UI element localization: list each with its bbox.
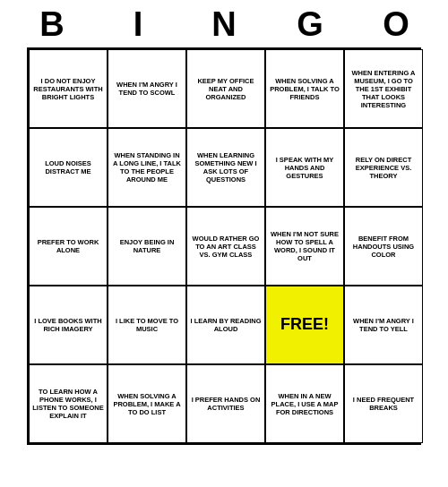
- cell-r2-c0: PREFER TO WORK ALONE: [29, 207, 108, 286]
- cell-r0-c3: WHEN SOLVING A PROBLEM, I TALK TO FRIEND…: [265, 49, 344, 128]
- title-letter: B: [13, 5, 91, 44]
- cell-r1-c4: RELY ON DIRECT EXPERIENCE VS. THEORY: [344, 128, 423, 207]
- cell-r1-c2: WHEN LEARNING SOMETHING NEW I ASK LOTS O…: [186, 128, 265, 207]
- cell-r3-c0: I LOVE BOOKS WITH RICH IMAGERY: [29, 286, 108, 364]
- cell-r2-c3: WHEN I'M NOT SURE HOW TO SPELL A WORD, I…: [265, 207, 344, 286]
- cell-r0-c2: KEEP MY OFFICE NEAT AND ORGANIZED: [186, 49, 265, 128]
- title-letter: N: [185, 5, 263, 44]
- title-letter: O: [357, 5, 435, 44]
- cell-r4-c3: WHEN IN A NEW PLACE, I USE A MAP FOR DIR…: [265, 364, 344, 443]
- cell-r3-c2: I LEARN BY READING ALOUD: [186, 286, 265, 364]
- cell-r4-c4: I NEED FREQUENT BREAKS: [344, 364, 423, 443]
- cell-r2-c4: BENEFIT FROM HANDOUTS USING COLOR: [344, 207, 423, 286]
- cell-r1-c0: LOUD NOISES DISTRACT ME: [29, 128, 108, 207]
- cell-r0-c0: I DO NOT ENJOY RESTAURANTS WITH BRIGHT L…: [29, 49, 108, 128]
- cell-r0-c4: WHEN ENTERING A MUSEUM, I GO TO THE 1ST …: [344, 49, 423, 128]
- cell-r3-c3: FREE!: [265, 286, 344, 364]
- title-letter: I: [99, 5, 177, 44]
- cell-r4-c0: TO LEARN HOW A PHONE WORKS, I LISTEN TO …: [29, 364, 108, 443]
- title-letter: G: [271, 5, 349, 44]
- bingo-title: BINGO: [9, 0, 439, 47]
- cell-r0-c1: WHEN I'M ANGRY I TEND TO SCOWL: [108, 49, 186, 128]
- cell-r4-c1: WHEN SOLVING A PROBLEM, I MAKE A TO DO L…: [108, 364, 186, 443]
- cell-r2-c2: WOULD RATHER GO TO AN ART CLASS VS. GYM …: [186, 207, 265, 286]
- cell-r1-c1: WHEN STANDING IN A LONG LINE, I TALK TO …: [108, 128, 186, 207]
- cell-r3-c1: I LIKE TO MOVE TO MUSIC: [108, 286, 186, 364]
- cell-r3-c4: WHEN I'M ANGRY I TEND TO YELL: [344, 286, 423, 364]
- bingo-grid: I DO NOT ENJOY RESTAURANTS WITH BRIGHT L…: [27, 47, 421, 445]
- cell-r1-c3: I SPEAK WITH MY HANDS AND GESTURES: [265, 128, 344, 207]
- cell-r4-c2: I PREFER HANDS ON ACTIVITIES: [186, 364, 265, 443]
- cell-r2-c1: ENJOY BEING IN NATURE: [108, 207, 186, 286]
